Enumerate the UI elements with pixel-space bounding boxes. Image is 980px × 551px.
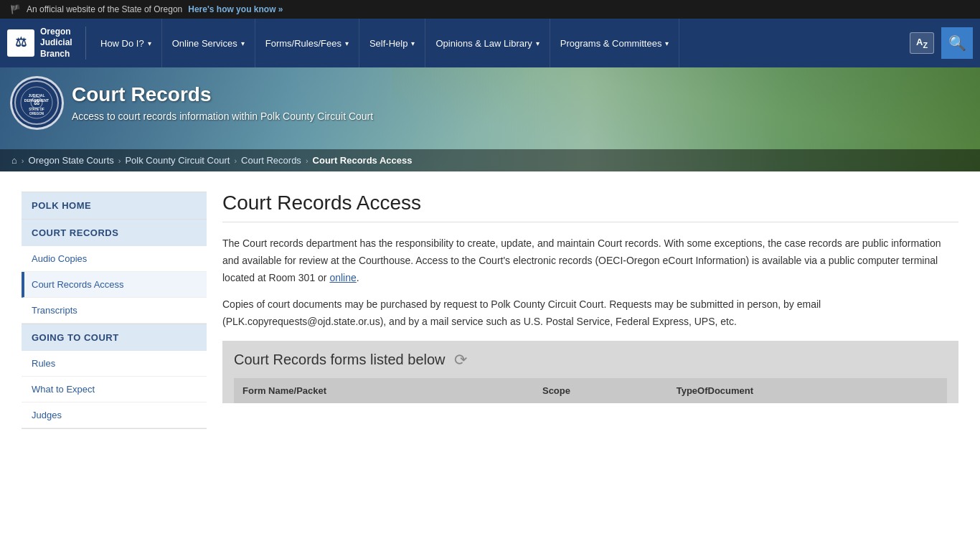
oregon-flag-icon: 🏴 xyxy=(10,4,21,14)
sidebar-item-court-records-access[interactable]: Court Records Access xyxy=(22,272,207,298)
top-banner: 🏴 An official website of the State of Or… xyxy=(0,0,980,19)
nav-online-services[interactable]: Online Services ▾ xyxy=(162,19,255,67)
main-navbar: ⚖ Oregon Judicial Branch How Do I? ▾ Onl… xyxy=(0,19,980,67)
how-to-know-link[interactable]: Here's how you know » xyxy=(188,4,283,14)
col-scope: Scope xyxy=(534,378,668,403)
sidebar-item-what-to-expect[interactable]: What to Expect xyxy=(22,377,207,402)
svg-text:OREGON: OREGON xyxy=(29,112,44,116)
court-seal: JUDICIAL DEPARTMENT STATE OF OREGON ⚖ xyxy=(10,76,64,130)
col-form-name: Form Name/Packet xyxy=(234,378,534,403)
nav-forms-rules-fees[interactable]: Forms/Rules/Fees ▾ xyxy=(255,19,359,67)
content-paragraph-2: Copies of court documents may be purchas… xyxy=(222,296,958,331)
hero-subtitle: Access to court records information with… xyxy=(72,110,373,122)
chevron-down-icon: ▾ xyxy=(241,39,245,47)
sidebar-item-audio-copies[interactable]: Audio Copies xyxy=(22,246,207,272)
forms-table: Form Name/Packet Scope TypeOfDocument xyxy=(234,378,947,403)
content-paragraph-1: The Court records department has the res… xyxy=(222,235,958,286)
hero-section: JUDICIAL DEPARTMENT STATE OF OREGON ⚖ Co… xyxy=(0,67,980,171)
table-header-row: Form Name/Packet Scope TypeOfDocument xyxy=(234,378,947,403)
sidebar-section-polk-home: POLK HOME xyxy=(22,192,207,220)
translate-button[interactable]: AZ xyxy=(910,32,934,54)
sidebar-section-going-to-court: GOING TO COURT Rules What to Expect Judg… xyxy=(22,324,207,429)
breadcrumb: ⌂ › Oregon State Courts › Polk County Ci… xyxy=(0,149,980,171)
nav-how-do-i[interactable]: How Do I? ▾ xyxy=(90,19,162,67)
page-title: Court Records Access xyxy=(222,192,958,222)
sidebar-header-court-records: COURT RECORDS xyxy=(22,220,207,246)
forms-title: Court Records forms listed below xyxy=(234,352,446,368)
search-button[interactable]: 🔍 xyxy=(941,27,973,59)
nav-right-controls: AZ 🔍 xyxy=(910,27,973,59)
sidebar-item-rules[interactable]: Rules xyxy=(22,351,207,377)
chevron-down-icon: ▾ xyxy=(411,39,415,47)
hero-text-block: Court Records Access to court records in… xyxy=(72,83,373,122)
breadcrumb-link-polk-county[interactable]: Polk County Circuit Court xyxy=(125,155,230,166)
loading-spinner-icon: ⟳ xyxy=(454,351,467,369)
nav-self-help[interactable]: Self-Help ▾ xyxy=(359,19,425,67)
online-link[interactable]: online xyxy=(329,272,356,283)
forms-section: Court Records forms listed below ⟳ Form … xyxy=(222,341,958,403)
sidebar-item-transcripts[interactable]: Transcripts xyxy=(22,298,207,324)
search-icon: 🔍 xyxy=(948,34,966,52)
logo-icon: ⚖ xyxy=(7,29,34,57)
chevron-down-icon: ▾ xyxy=(345,39,349,47)
sidebar: POLK HOME COURT RECORDS Audio Copies Cou… xyxy=(22,192,207,429)
sidebar-header-polk-home[interactable]: POLK HOME xyxy=(22,192,207,219)
nav-programs-committees[interactable]: Programs & Committees ▾ xyxy=(550,19,680,67)
breadcrumb-link-state-courts[interactable]: Oregon State Courts xyxy=(29,155,114,166)
svg-text:⚖: ⚖ xyxy=(34,99,39,106)
home-icon[interactable]: ⌂ xyxy=(11,155,17,166)
logo-text: Oregon Judicial Branch xyxy=(40,27,72,60)
main-container: POLK HOME COURT RECORDS Audio Copies Cou… xyxy=(0,171,980,449)
sidebar-item-judges[interactable]: Judges xyxy=(22,402,207,428)
col-type-of-document: TypeOfDocument xyxy=(668,378,947,403)
sidebar-section-court-records: COURT RECORDS Audio Copies Court Records… xyxy=(22,220,207,324)
nav-items: How Do I? ▾ Online Services ▾ Forms/Rule… xyxy=(90,19,910,67)
site-logo[interactable]: ⚖ Oregon Judicial Branch xyxy=(7,27,86,60)
chevron-down-icon: ▾ xyxy=(665,39,669,47)
page-area: Court Records Access The Court records d… xyxy=(222,192,958,429)
nav-opinions-law[interactable]: Opinions & Law Library ▾ xyxy=(425,19,550,67)
breadcrumb-link-court-records[interactable]: Court Records xyxy=(241,155,301,166)
chevron-down-icon: ▾ xyxy=(536,39,540,47)
breadcrumb-current: Court Records Access xyxy=(313,155,413,166)
hero-title: Court Records xyxy=(72,83,373,106)
sidebar-header-going-to-court: GOING TO COURT xyxy=(22,324,207,351)
chevron-down-icon: ▾ xyxy=(148,39,151,47)
official-site-text: An official website of the State of Oreg… xyxy=(27,4,182,14)
forms-header: Court Records forms listed below ⟳ xyxy=(234,351,947,369)
